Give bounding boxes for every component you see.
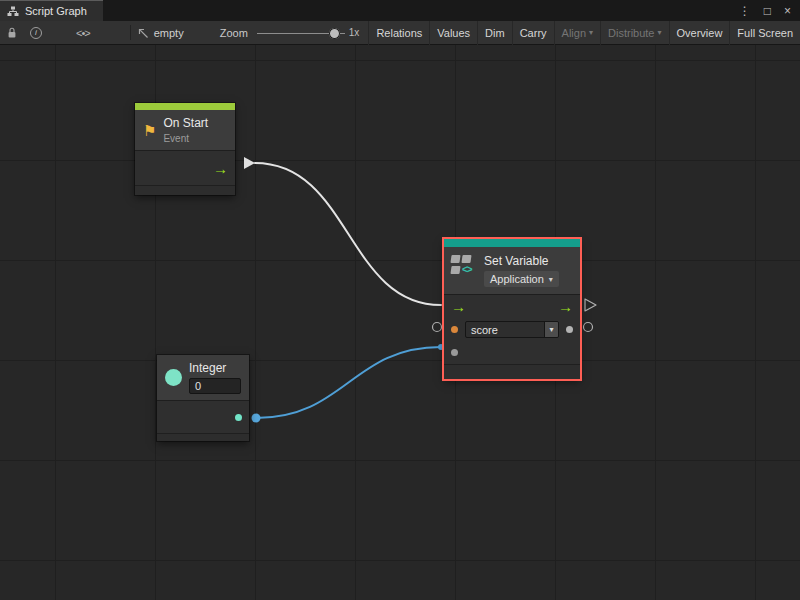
integer-value: 0 xyxy=(195,380,201,392)
node-body: → → score ▾ xyxy=(444,294,580,379)
chevron-down-icon[interactable]: ▾ xyxy=(544,322,558,337)
output-value-port[interactable] xyxy=(566,326,573,333)
lock-icon[interactable] xyxy=(7,27,17,39)
variable-scope-dropdown[interactable]: Application ▾ xyxy=(484,271,559,287)
node-body xyxy=(157,400,249,441)
integer-value-field[interactable]: 0 xyxy=(189,378,241,394)
node-title: Integer xyxy=(189,361,241,375)
set-variable-icon: <> xyxy=(451,254,477,277)
maximize-icon[interactable]: □ xyxy=(764,5,771,17)
flow-output-port[interactable]: → xyxy=(558,299,573,314)
align-button: Align ▾ xyxy=(554,21,600,45)
carry-button[interactable]: Carry xyxy=(512,21,554,45)
zoom-slider-knob[interactable] xyxy=(329,28,340,39)
chevron-down-icon: ▾ xyxy=(549,275,553,284)
port-row xyxy=(444,341,580,364)
fullscreen-button[interactable]: Full Screen xyxy=(729,21,800,45)
node-set-variable[interactable]: <> Set Variable Application ▾ → → xyxy=(444,239,580,379)
graph-canvas[interactable]: ⚑ On Start Event → xyxy=(0,45,800,600)
overview-button[interactable]: Overview xyxy=(669,21,730,45)
flow-output-port[interactable]: → xyxy=(213,161,228,176)
zoom-value: 1x xyxy=(349,27,360,38)
window-menu-icon[interactable]: ⋮ xyxy=(739,5,751,17)
chevron-down-icon: ▾ xyxy=(589,28,593,37)
wire-integer-to-set-variable[interactable] xyxy=(256,347,441,418)
distribute-button: Distribute ▾ xyxy=(600,21,668,45)
node-footer xyxy=(444,364,580,379)
graph-context-label: empty xyxy=(154,27,184,39)
cursor-arrow-icon xyxy=(137,27,149,39)
name-input-connector[interactable] xyxy=(433,323,442,332)
input-value-port[interactable] xyxy=(451,349,458,356)
flow-output-connector[interactable] xyxy=(244,157,255,169)
wire-on-start-to-set-variable[interactable] xyxy=(255,163,441,305)
tab-script-graph[interactable]: Script Graph xyxy=(0,0,103,21)
code-view-icon[interactable]: <•> xyxy=(76,27,90,39)
values-button[interactable]: Values xyxy=(429,21,477,45)
code-brackets-icon: <> xyxy=(462,266,472,274)
variable-name-value: score xyxy=(466,324,498,336)
variable-colorbar xyxy=(444,239,580,247)
toolbar-divider xyxy=(130,25,131,40)
chevron-down-icon: ▾ xyxy=(658,28,662,37)
zoom-slider[interactable] xyxy=(257,21,345,45)
script-graph-window: Script Graph ⋮ □ × i <•> empty Zoom xyxy=(0,0,800,600)
port-row: → xyxy=(135,151,235,185)
graph-icon xyxy=(7,6,19,17)
event-colorbar xyxy=(135,103,235,110)
variable-card-icon xyxy=(461,255,471,263)
graph-toolbar: i <•> empty Zoom 1x Relations Values Dim xyxy=(0,21,800,45)
close-icon[interactable]: × xyxy=(784,5,791,17)
variable-card-icon xyxy=(450,266,460,274)
node-on-start[interactable]: ⚑ On Start Event → xyxy=(135,103,235,195)
flow-input-port[interactable]: → xyxy=(451,299,466,314)
port-row xyxy=(157,401,249,433)
port-row: score ▾ xyxy=(444,318,580,341)
flow-output-connector-empty[interactable] xyxy=(585,299,596,311)
info-icon[interactable]: i xyxy=(30,27,42,39)
titlebar: Script Graph ⋮ □ × xyxy=(0,0,800,21)
port-row: → → xyxy=(444,295,580,318)
node-footer xyxy=(157,433,249,441)
node-body: → xyxy=(135,150,235,195)
toolbar-buttons: Relations Values Dim Carry Align ▾ Distr… xyxy=(368,21,800,45)
node-title: On Start xyxy=(163,116,227,130)
tab-label: Script Graph xyxy=(25,5,87,17)
node-header[interactable]: Integer 0 xyxy=(157,355,249,400)
variable-card-icon xyxy=(450,255,460,263)
window-controls: ⋮ □ × xyxy=(739,0,800,21)
variable-name-port[interactable] xyxy=(451,326,458,333)
node-integer[interactable]: Integer 0 xyxy=(157,355,249,441)
integer-output-port[interactable] xyxy=(235,414,242,421)
scope-value: Application xyxy=(490,273,544,285)
zoom-label: Zoom xyxy=(220,27,248,39)
wires-layer xyxy=(0,45,800,600)
flag-icon: ⚑ xyxy=(143,123,156,138)
node-subtitle: Event xyxy=(163,133,227,144)
node-header[interactable]: ⚑ On Start Event xyxy=(135,110,235,150)
node-header[interactable]: <> Set Variable Application ▾ xyxy=(444,247,580,294)
integer-output-connector[interactable] xyxy=(252,414,261,423)
node-footer xyxy=(135,185,235,195)
dim-button[interactable]: Dim xyxy=(477,21,512,45)
value-output-connector[interactable] xyxy=(584,323,593,332)
integer-type-icon xyxy=(165,369,182,386)
variable-name-dropdown[interactable]: score ▾ xyxy=(465,321,559,338)
relations-button[interactable]: Relations xyxy=(368,21,429,45)
node-title: Set Variable xyxy=(484,254,573,268)
